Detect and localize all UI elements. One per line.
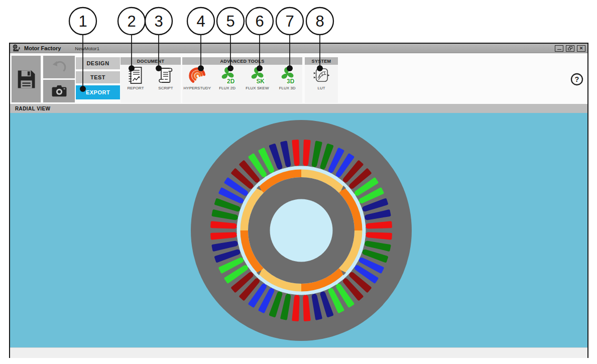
svg-text:2D: 2D bbox=[227, 78, 235, 85]
flux-icon: 2D bbox=[218, 66, 237, 84]
section-body: REPORT SCRIPT bbox=[121, 65, 181, 103]
tab-design[interactable]: DESIGN bbox=[76, 57, 120, 69]
section-system: SYSTEM LUT bbox=[305, 57, 338, 103]
undo-button[interactable] bbox=[43, 56, 75, 78]
camera-icon bbox=[50, 83, 69, 100]
callout-circle bbox=[187, 8, 214, 35]
callout-number: 5 bbox=[226, 13, 234, 30]
save-icon bbox=[16, 69, 37, 90]
flux-icon: SK bbox=[248, 66, 267, 84]
tool-label: SCRIPT bbox=[158, 86, 173, 90]
restore-icon bbox=[568, 46, 572, 50]
callout-circle bbox=[118, 8, 145, 35]
restore-button[interactable] bbox=[566, 45, 574, 52]
callout-circle bbox=[276, 8, 303, 35]
callout-number: 6 bbox=[255, 13, 264, 30]
lut-icon bbox=[312, 66, 330, 84]
motor-cross-section bbox=[186, 115, 417, 346]
flux-icon: 3D bbox=[278, 66, 297, 84]
section-body: LUT bbox=[305, 65, 338, 103]
view-header: RADIAL VIEW bbox=[10, 104, 587, 113]
tool-flux-3d[interactable]: 3D FLUX 3D bbox=[272, 66, 302, 90]
window-controls: ✕ bbox=[552, 45, 585, 52]
script-icon bbox=[158, 66, 173, 84]
section-advanced-tools: ADVANCED TOOLS HYPERSTUDY 2D FLUX 2D SK … bbox=[182, 57, 302, 103]
callout-circle bbox=[217, 8, 244, 35]
tool-label: REPORT bbox=[127, 86, 144, 90]
callout-number: 4 bbox=[196, 13, 205, 30]
toolbar: DESIGNTESTEXPORT DOCUMENT REPORT SCRIPT … bbox=[10, 53, 587, 104]
radial-view-canvas[interactable] bbox=[10, 113, 587, 347]
section-body: HYPERSTUDY 2D FLUX 2D SK FLUX SKEW 3D FL… bbox=[182, 65, 302, 103]
close-icon: ✕ bbox=[579, 46, 583, 51]
app-logo-icon bbox=[12, 44, 22, 52]
minimize-button[interactable] bbox=[555, 45, 563, 52]
tool-label: FLUX 3D bbox=[279, 86, 296, 90]
section-document: DOCUMENT REPORT SCRIPT bbox=[121, 57, 181, 103]
tool-script[interactable]: SCRIPT bbox=[151, 66, 181, 90]
tab-test[interactable]: TEST bbox=[76, 71, 120, 83]
app-subtitle: NewMotor1 bbox=[75, 46, 99, 51]
callout-circle bbox=[69, 8, 96, 35]
help-question-mark: ? bbox=[575, 75, 579, 83]
svg-text:SK: SK bbox=[257, 78, 265, 85]
report-icon bbox=[128, 66, 143, 84]
hyperstudy-icon bbox=[188, 66, 206, 84]
tool-label: LUT bbox=[317, 86, 325, 90]
callout-circle bbox=[306, 8, 333, 35]
callout-circle bbox=[246, 8, 273, 35]
app-window: Motor Factory NewMotor1 ✕ bbox=[9, 43, 588, 358]
tool-lut[interactable]: LUT bbox=[306, 66, 337, 90]
callout-number: 2 bbox=[127, 13, 136, 30]
undo-icon bbox=[50, 59, 68, 76]
view-title: RADIAL VIEW bbox=[15, 106, 50, 111]
page: Motor Factory NewMotor1 ✕ bbox=[0, 0, 597, 364]
help-button[interactable]: ? bbox=[570, 73, 583, 86]
titlebar: Motor Factory NewMotor1 ✕ bbox=[10, 44, 587, 53]
svg-text:3D: 3D bbox=[287, 78, 295, 85]
callout-circle bbox=[145, 8, 172, 35]
callout-number: 3 bbox=[154, 13, 163, 30]
tool-label: FLUX SKEW bbox=[246, 86, 269, 90]
callout-number: 1 bbox=[78, 13, 87, 30]
tool-hyperstudy[interactable]: HYPERSTUDY bbox=[182, 66, 212, 90]
save-button[interactable] bbox=[12, 56, 41, 102]
status-bar bbox=[10, 347, 587, 358]
screenshot-button[interactable] bbox=[43, 80, 75, 102]
minimize-icon bbox=[557, 49, 561, 50]
tool-flux-skew[interactable]: SK FLUX SKEW bbox=[243, 66, 273, 90]
callout-number: 8 bbox=[315, 13, 324, 30]
tool-flux-2d[interactable]: 2D FLUX 2D bbox=[212, 66, 243, 90]
mode-tabs: DESIGNTESTEXPORT bbox=[76, 57, 120, 101]
callout-number: 7 bbox=[285, 13, 294, 30]
section-header: SYSTEM bbox=[305, 57, 338, 65]
section-header: DOCUMENT bbox=[121, 57, 181, 65]
tab-export[interactable]: EXPORT bbox=[76, 85, 120, 99]
tool-label: FLUX 2D bbox=[219, 86, 235, 90]
section-header: ADVANCED TOOLS bbox=[182, 57, 302, 65]
tool-report[interactable]: REPORT bbox=[121, 66, 151, 90]
close-button[interactable]: ✕ bbox=[577, 45, 585, 52]
app-title: Motor Factory bbox=[24, 45, 61, 51]
tool-label: HYPERSTUDY bbox=[184, 86, 211, 90]
